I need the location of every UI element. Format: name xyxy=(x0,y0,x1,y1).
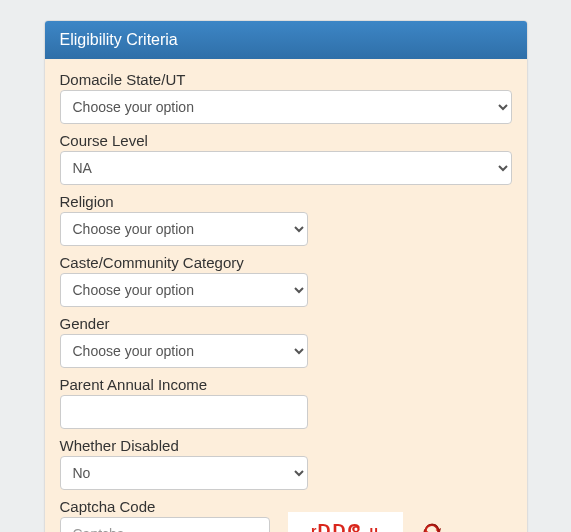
caste-label: Caste/Community Category xyxy=(60,254,512,271)
gender-select[interactable]: Choose your option xyxy=(60,334,308,368)
course-level-label: Course Level xyxy=(60,132,512,149)
disabled-label: Whether Disabled xyxy=(60,437,512,454)
religion-select[interactable]: Choose your option xyxy=(60,212,308,246)
income-label: Parent Annual Income xyxy=(60,376,512,393)
captcha-image: rDDC8u xyxy=(288,512,403,532)
income-input[interactable] xyxy=(60,395,308,429)
refresh-icon[interactable] xyxy=(421,520,443,532)
domicile-label: Domacile State/UT xyxy=(60,71,512,88)
caste-select[interactable]: Choose your option xyxy=(60,273,308,307)
panel-title: Eligibility Criteria xyxy=(45,21,527,59)
panel-body: Domacile State/UT Choose your option Cou… xyxy=(45,59,527,532)
disabled-select[interactable]: No xyxy=(60,456,308,490)
captcha-label: Captcha Code xyxy=(60,498,270,515)
course-level-select[interactable]: NA xyxy=(60,151,512,185)
domicile-select[interactable]: Choose your option xyxy=(60,90,512,124)
gender-label: Gender xyxy=(60,315,512,332)
captcha-input[interactable] xyxy=(60,517,270,532)
religion-label: Religion xyxy=(60,193,512,210)
eligibility-panel: Eligibility Criteria Domacile State/UT C… xyxy=(44,20,528,532)
